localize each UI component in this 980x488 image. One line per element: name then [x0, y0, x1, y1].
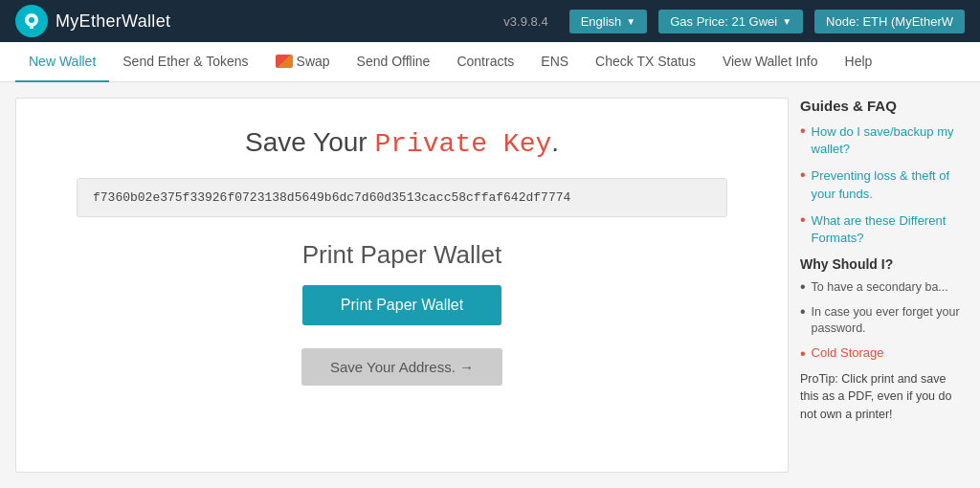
sidebar: Guides & FAQ • How do I save/backup my w…	[789, 82, 980, 488]
nav-check-tx[interactable]: Check TX Status	[582, 42, 709, 82]
nav-contracts[interactable]: Contracts	[443, 42, 527, 82]
nav-swap[interactable]: Swap	[262, 42, 344, 82]
cold-storage-item: • Cold Storage	[800, 345, 965, 363]
sidebar-link-save: • How do I save/backup my wallet?	[800, 123, 965, 158]
bullet-icon: •	[800, 212, 806, 228]
gas-price-button[interactable]: Gas Price: 21 Gwei ▼	[658, 10, 803, 33]
nav-new-wallet[interactable]: New Wallet	[15, 42, 109, 82]
nav-send-ether[interactable]: Send Ether & Tokens	[109, 42, 261, 82]
version-text: v3.9.8.4	[503, 14, 547, 29]
cold-storage-link[interactable]: Cold Storage	[812, 345, 884, 360]
guides-faq-title: Guides & FAQ	[800, 98, 965, 114]
sidebar-link-loss: • Preventing loss & theft of your funds.	[800, 167, 965, 202]
bullet-icon: •	[800, 279, 806, 295]
print-paper-wallet-title: Print Paper Wallet	[302, 240, 502, 270]
bullet-icon: •	[800, 345, 806, 363]
nav-help[interactable]: Help	[832, 42, 886, 82]
bullet-icon: •	[800, 304, 806, 320]
content-panel: Save Your Private Key. f7360b02e375f3392…	[15, 98, 789, 473]
bullet-icon: •	[800, 123, 806, 139]
navigation: New Wallet Send Ether & Tokens Swap Send…	[0, 42, 980, 82]
language-button[interactable]: English ▼	[569, 10, 648, 33]
formats-link[interactable]: What are these Different Formats?	[812, 212, 965, 247]
nav-send-offline[interactable]: Send Offline	[344, 42, 444, 82]
swap-icon	[276, 55, 293, 68]
sidebar-link-formats: • What are these Different Formats?	[800, 212, 965, 247]
how-to-save-link[interactable]: How do I save/backup my wallet?	[812, 123, 965, 158]
why-should-i-title: Why Should I?	[800, 256, 965, 272]
node-button[interactable]: Node: ETH (MyEtherW	[814, 10, 965, 33]
bullet-icon: •	[800, 167, 806, 183]
private-key-display: f7360b02e375f33926f0723138d5649b6dc7d60d…	[77, 178, 727, 217]
save-address-button[interactable]: Save Your Address. →	[301, 348, 502, 386]
protip-text: ProTip: Click print and save this as a P…	[800, 370, 965, 424]
svg-point-0	[29, 17, 34, 23]
nav-ens[interactable]: ENS	[527, 42, 582, 82]
save-title: Save Your Private Key.	[245, 127, 559, 159]
nav-view-wallet[interactable]: View Wallet Info	[709, 42, 832, 82]
preventing-loss-link[interactable]: Preventing loss & theft of your funds.	[812, 167, 965, 202]
logo-icon	[15, 5, 48, 37]
logo-area: MyEtherWallet	[15, 5, 492, 37]
header: MyEtherWallet v3.9.8.4 English ▼ Gas Pri…	[0, 0, 980, 42]
app-name: MyEtherWallet	[56, 11, 170, 32]
main-content: Save Your Private Key. f7360b02e375f3392…	[0, 82, 980, 488]
why-item-1: • To have a secondary ba...	[800, 279, 965, 297]
print-paper-wallet-button[interactable]: Print Paper Wallet	[302, 285, 501, 325]
why-item-2: • In case you ever forget your password.	[800, 304, 965, 338]
